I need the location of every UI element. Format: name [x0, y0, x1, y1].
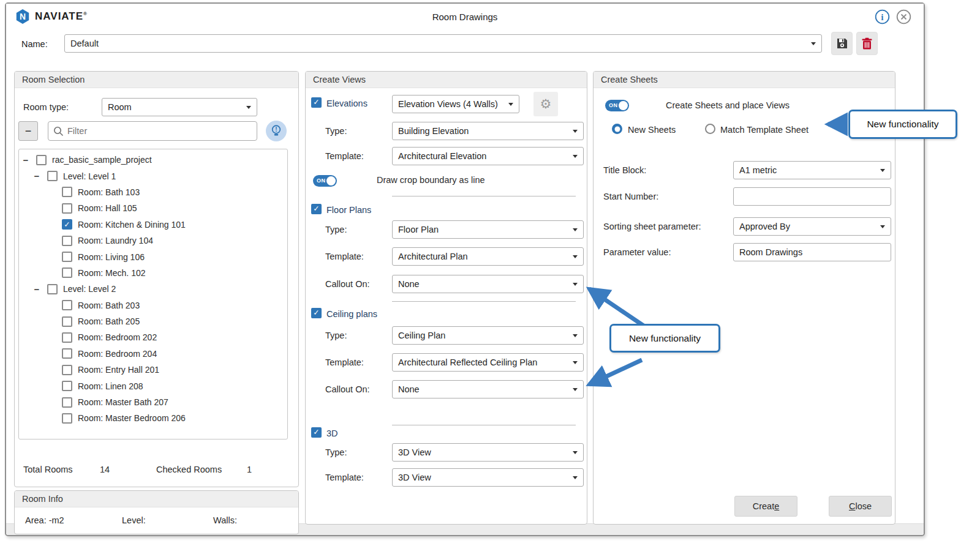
tree-item[interactable]: −Level: Level 1	[19, 168, 287, 184]
tree-item[interactable]: −Level: Level 2	[19, 281, 287, 297]
chevron-down-icon	[573, 228, 578, 231]
floor-template-label: Template:	[325, 252, 364, 261]
tree-checkbox[interactable]	[62, 381, 72, 391]
chevron-down-icon	[573, 283, 578, 286]
tree-checkbox[interactable]	[62, 365, 72, 375]
chevron-down-icon	[880, 169, 885, 172]
tree-checkbox[interactable]	[62, 397, 72, 408]
ceiling-callout-select[interactable]: None	[392, 380, 584, 398]
total-rooms-label: Total Rooms	[23, 465, 73, 474]
area-field: Area: -m2	[25, 515, 64, 525]
tree-item[interactable]: Room: Master Bath 207	[19, 394, 287, 410]
tree-item[interactable]: ✓Room: Kitchen & Dining 101	[19, 217, 287, 233]
room-info-panel: Room Info Area: -m2 Level: Walls:	[14, 490, 299, 534]
toggle-on-label: ON	[317, 178, 326, 184]
ceiling-plans-checkbox[interactable]: ✓	[311, 308, 322, 318]
elevation-settings-button[interactable]: ⚙	[533, 92, 558, 116]
three-d-checkbox[interactable]: ✓	[311, 427, 322, 438]
create-button[interactable]: Create	[734, 496, 797, 517]
crop-boundary-toggle[interactable]: ON	[313, 175, 337, 187]
tree-checkbox[interactable]	[62, 203, 72, 214]
floor-plans-label: Floor Plans	[326, 205, 371, 215]
collapse-all-button[interactable]: −	[18, 121, 38, 141]
section-divider	[392, 196, 576, 196]
tree-checkbox[interactable]	[62, 348, 72, 359]
parameter-value-input[interactable]	[733, 243, 891, 261]
close-icon[interactable]	[896, 9, 911, 24]
tree-checkbox[interactable]	[62, 316, 72, 327]
room-selection-title: Room Selection	[15, 72, 298, 88]
tree-item[interactable]: Room: Mech. 102	[19, 265, 287, 281]
name-combobox[interactable]: Default	[64, 34, 822, 53]
chevron-down-icon	[573, 361, 578, 364]
tree-item[interactable]: Room: Entry Hall 201	[19, 362, 287, 378]
hint-button[interactable]: !	[266, 121, 287, 141]
start-number-input[interactable]	[733, 187, 891, 206]
tree-checkbox[interactable]	[62, 332, 72, 343]
tree-item-label: Room: Entry Hall 201	[78, 365, 159, 375]
tree-item[interactable]: −rac_basic_sample_project	[19, 152, 287, 168]
elevations-label: Elevations	[326, 99, 368, 108]
tree-checkbox[interactable]	[62, 300, 72, 310]
collapse-toggle-icon[interactable]: −	[21, 155, 30, 165]
delete-button[interactable]	[856, 32, 878, 55]
parameter-value-label: Parameter value:	[603, 247, 671, 257]
room-type-select[interactable]: Room	[102, 98, 257, 116]
tree-item-label: Room: Bedroom 204	[78, 349, 157, 359]
check-icon: ✓	[313, 99, 319, 107]
window-title: Room Drawings	[6, 12, 924, 22]
floor-template-select[interactable]: Architectural Plan	[392, 247, 584, 266]
tree-item[interactable]: Room: Hall 105	[19, 200, 287, 216]
chevron-down-icon	[573, 334, 578, 337]
ceiling-type-select[interactable]: Ceiling Plan	[392, 326, 584, 345]
tree-checkbox[interactable]	[36, 155, 47, 165]
room-tree[interactable]: −rac_basic_sample_project−Level: Level 1…	[18, 149, 288, 439]
sorting-parameter-select[interactable]: Approved By	[733, 217, 891, 236]
create-sheets-toggle[interactable]: ON	[605, 100, 629, 111]
create-sheets-title: Create Sheets	[594, 72, 895, 88]
filter-input[interactable]	[67, 126, 252, 136]
tree-item[interactable]: Room: Linen 208	[19, 378, 287, 394]
tree-item[interactable]: Room: Bedroom 204	[19, 346, 287, 362]
tree-checkbox[interactable]: ✓	[62, 219, 72, 230]
elevations-checkbox[interactable]: ✓	[311, 97, 322, 108]
close-button[interactable]: Close	[829, 496, 892, 517]
floor-callout-select[interactable]: None	[392, 275, 584, 293]
floor-type-label: Type:	[325, 225, 347, 234]
tree-checkbox[interactable]	[62, 187, 72, 197]
match-template-sheet-radio[interactable]	[705, 124, 715, 134]
tree-item[interactable]: Room: Bedroom 202	[19, 329, 287, 345]
info-icon[interactable]: i	[875, 9, 890, 24]
filter-field[interactable]	[48, 121, 257, 141]
tree-item[interactable]: Room: Bath 103	[19, 184, 287, 200]
collapse-toggle-icon[interactable]: −	[32, 171, 41, 181]
three-d-type-select[interactable]: 3D View	[392, 443, 584, 462]
new-sheets-label: New Sheets	[628, 125, 676, 135]
tree-checkbox[interactable]	[62, 413, 72, 424]
three-d-template-select[interactable]: 3D View	[392, 468, 584, 487]
tree-item[interactable]: Room: Bath 205	[19, 313, 287, 329]
tree-item[interactable]: Room: Laundry 104	[19, 233, 287, 249]
save-button[interactable]	[831, 32, 853, 55]
tree-checkbox[interactable]	[47, 284, 58, 294]
tree-checkbox[interactable]	[62, 236, 72, 246]
floor-plans-checkbox[interactable]: ✓	[311, 204, 322, 214]
tree-item[interactable]: Room: Master Bedroom 206	[19, 410, 287, 426]
elevation-template-label: Template:	[325, 151, 364, 161]
tree-checkbox[interactable]	[47, 171, 58, 181]
collapse-toggle-icon[interactable]: −	[32, 284, 41, 294]
ceiling-template-select[interactable]: Architectural Reflected Ceiling Plan	[392, 353, 584, 372]
three-d-label: 3D	[326, 428, 338, 438]
title-block-select[interactable]: A1 metric	[733, 161, 891, 179]
elevation-mode-select[interactable]: Elevation Views (4 Walls)	[392, 95, 519, 113]
floor-type-select[interactable]: Floor Plan	[392, 220, 584, 239]
tree-item[interactable]: Room: Living 106	[19, 249, 287, 264]
tree-checkbox[interactable]	[62, 267, 72, 278]
new-sheets-radio[interactable]	[612, 124, 622, 134]
room-info-title: Room Info	[15, 491, 298, 507]
elevation-type-select[interactable]: Building Elevation	[392, 122, 584, 140]
tree-checkbox[interactable]	[62, 252, 72, 262]
tree-item[interactable]: Room: Bath 203	[19, 297, 287, 313]
tree-item-label: Room: Bedroom 202	[78, 332, 157, 342]
elevation-template-select[interactable]: Architectural Elevation	[392, 147, 584, 165]
